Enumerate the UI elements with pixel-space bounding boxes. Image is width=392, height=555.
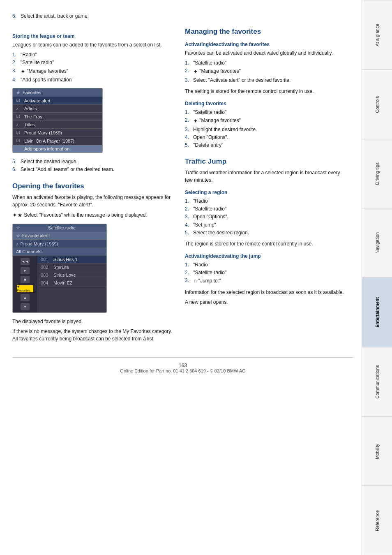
activating-jump-title: Activating/deactivating the jump (185, 253, 345, 259)
fav-checkbox-icon-3: ☑ (16, 130, 22, 135)
fav-item-proudmary: ☑ Proud Mary (1969) (13, 129, 102, 137)
act-jump-note2: A new panel opens. (185, 298, 345, 306)
act-jump-note1: Information for the selected region is b… (185, 289, 345, 296)
activating-fav-note: The setting is stored for the remote con… (185, 88, 345, 95)
radio-bottom: ◄◄ ► ■ ★ Favorites ▲ ▼ 001 Sirius Hits 1 (13, 256, 106, 312)
storing-steps: 1. "Radio" 2. "Satellite radio" 3. ✦ "Ma… (12, 51, 173, 84)
del-fav-step-5: 5. "Delete entry" (185, 141, 345, 149)
favorites-screenshot: ★ Favorites ☑ Activate alert ♪ Artists ☑… (12, 88, 103, 153)
traffic-intro: Traffic and weather information for a se… (185, 169, 345, 184)
radio-header: ☆ Satellite radio (13, 224, 106, 232)
act-fav-step-2: 2. ✦ "Manage favorites" (185, 67, 345, 76)
tab-reference[interactable]: Reference (362, 486, 392, 555)
storing-step-3: 3. ✦ "Manage favorites" (12, 67, 173, 76)
del-fav-step-1: 1. "Satellite radio" (185, 109, 345, 116)
opening-after-text2: If there is no message, the system chang… (12, 328, 173, 342)
selecting-region-steps: 1. "Radio" 2. "Satellite radio" 3. Open … (185, 197, 345, 237)
act-jump-step-2: 2. "Satellite radio" (185, 269, 345, 277)
ctrl-favorites[interactable]: ★ Favorites (17, 285, 33, 292)
radio-track-text: Proud Mary (1969) (21, 241, 58, 246)
sel-region-step-5: 5. Select the desired region. (185, 229, 345, 237)
tab-navigation[interactable]: Navigation (362, 208, 392, 278)
page-number: 163 (12, 363, 353, 368)
radio-channel-list: 001 Sirius Hits 1 002 StarLite 003 Siriu… (37, 256, 106, 312)
footer-text: Online Edition for Part no. 01 41 2 604 … (12, 368, 353, 373)
radio-track-icon: ♪ (16, 241, 18, 246)
storing-step-5: 5. Select the desired league. (12, 158, 173, 166)
fav-item-activate-alert: ☑ Activate alert (13, 97, 102, 105)
del-fav-step-4: 4. Open "Options". (185, 134, 345, 141)
opening-after-text1: The displayed favorite is played. (12, 318, 173, 325)
act-fav-step-1: 1. "Satellite radio" (185, 59, 345, 67)
radio-track-bar: ♪ Proud Mary (1969) (13, 240, 106, 248)
activating-jump-steps: 1. "Radio" 2. "Satellite radio" 3. ∩ "Ju… (185, 261, 345, 285)
channel-003: 003 Sirius Love (37, 271, 106, 279)
del-fav-star-icon: ✦ (193, 116, 198, 125)
opening-title: Opening the favorites (12, 182, 173, 190)
fav-item-label: The Fray; (24, 114, 44, 119)
storing-intro: Leagues or teams can be added to the fav… (12, 41, 173, 49)
selecting-region-note: The region is stored for the remote cont… (185, 240, 345, 247)
del-fav-step-3: 3. Highlight the desired favorite. (185, 126, 345, 134)
fav-item-artists: ♪ Artists (13, 105, 102, 113)
storing-step-1: 1. "Radio" (12, 51, 173, 59)
fav-item-label: Titles (24, 122, 35, 127)
fav-item-label: Livin' On A Prayer (1987) (24, 139, 74, 143)
radio-controls: ◄◄ ► ■ ★ Favorites ▲ ▼ (13, 256, 37, 312)
tab-controls[interactable]: Controls (362, 69, 392, 139)
tab-driving-tips[interactable]: Driving tips (362, 139, 392, 208)
ctrl-stop[interactable]: ■ (21, 276, 30, 283)
sel-region-step-1: 1. "Radio" (185, 197, 345, 205)
side-tab-bar: At a glance Controls Driving tips Naviga… (362, 0, 392, 555)
radio-alert-icon: ☆ (16, 233, 20, 238)
fav-item-titles: ♪ Titles (13, 121, 102, 129)
sel-region-step-3: 3. Open "Options". (185, 213, 345, 221)
deleting-fav-steps: 1. "Satellite radio" 2. ✦ "Manage favori… (185, 109, 345, 149)
del-fav-step-2: 2. ✦ "Manage favorites" (185, 116, 345, 125)
activating-fav-steps: 1. "Satellite radio" 2. ✦ "Manage favori… (185, 59, 345, 84)
fav-person-icon: ♪ (16, 106, 22, 111)
ctrl-down[interactable]: ▼ (21, 303, 30, 310)
deleting-fav-title: Deleting favorites (185, 101, 345, 106)
sel-region-step-4: 4. "Set jump" (185, 221, 345, 229)
favorites-screenshot-titlebar: ★ Favorites (13, 88, 102, 97)
managing-title: Managing the favorites (185, 28, 345, 36)
fav-item-livin: ☑ Livin' On A Prayer (1987) (13, 137, 102, 145)
radio-header-icon: ☆ (16, 225, 20, 231)
fav-item-label: Add sports information (24, 146, 69, 151)
storing-title: Storing the league or team (12, 33, 173, 39)
act-fav-step-3: 3. Select "Activate alert" or the desire… (185, 76, 345, 84)
radio-alert-bar: ☆ Favorite alert! (13, 232, 106, 240)
ctrl-prev[interactable]: ◄◄ (21, 258, 30, 265)
fav-item-thefray: ☑ The Fray; (13, 113, 102, 121)
step-text-6-top: Select the artist, track or game. (21, 12, 353, 20)
fav-item-label: Activate alert (24, 98, 51, 103)
channel-001: 001 Sirius Hits 1 (37, 256, 106, 264)
fav-item-label: Artists (24, 106, 37, 111)
fav-music-icon: ♪ (16, 122, 22, 127)
act-jump-step-3: 3. ∩ "Jump to:" (185, 277, 345, 285)
tab-communications[interactable]: Communications (362, 347, 392, 416)
tab-entertainment[interactable]: Entertainment (362, 278, 392, 347)
act-jump-step-1: 1. "Radio" (185, 261, 345, 269)
satellite-radio-screenshot: ☆ Satellite radio ☆ Favorite alert! ♪ Pr… (12, 224, 107, 313)
favorites-star-icon: ★ (16, 90, 21, 95)
opening-star-icon: ✦★ (12, 211, 23, 220)
fav-checkbox-icon-2: ☑ (16, 114, 22, 119)
storing-step-2: 2. "Satellite radio" (12, 59, 173, 67)
fav-checkbox-icon-4: ☑ (16, 138, 22, 143)
manage-star-icon: ✦ (21, 67, 25, 76)
ctrl-play[interactable]: ► (21, 267, 30, 274)
tab-mobility[interactable]: Mobility (362, 416, 392, 486)
opening-intro: When an activated favorite is playing, t… (12, 194, 173, 208)
radio-alert-text: Favorite alert! (22, 233, 50, 238)
ctrl-up[interactable]: ▲ (21, 294, 30, 301)
activating-fav-title: Activating/deactivating the favorites (185, 42, 345, 47)
horn-icon: ∩ (193, 277, 197, 285)
channel-004: 004 Movin EZ (37, 279, 106, 287)
fav-item-add-sports: Add sports information (13, 145, 102, 153)
storing-step-6: 6. Select "Add all teams" or the desired… (12, 166, 173, 173)
tab-at-a-glance[interactable]: At a glance (362, 0, 392, 69)
page-footer: 163 Online Edition for Part no. 01 41 2 … (12, 357, 353, 377)
traffic-title: Traffic Jump (185, 157, 345, 166)
